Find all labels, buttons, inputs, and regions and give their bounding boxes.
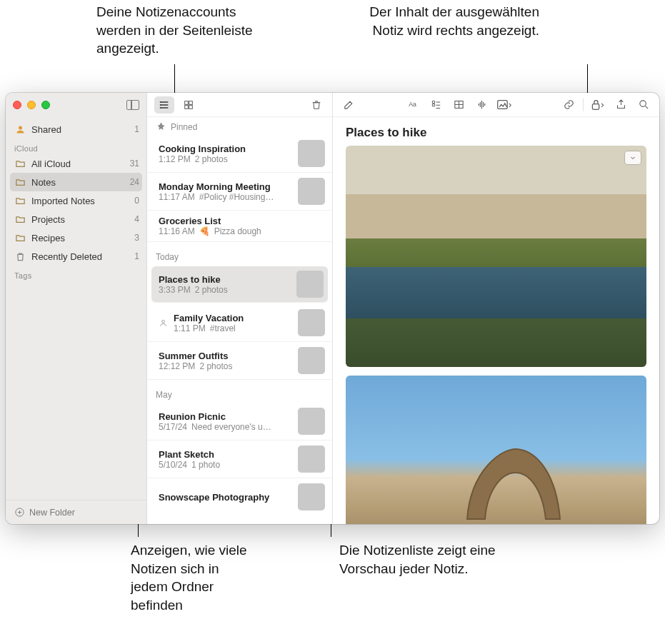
toggle-sidebar-icon[interactable] <box>126 100 139 110</box>
note-thumbnail <box>298 309 325 336</box>
sidebar-item-count: 4 <box>134 214 139 224</box>
sidebar-section-icloud: iCloud <box>6 139 146 154</box>
note-title: Cooking Inspiration <box>159 144 292 154</box>
sidebar-item-label: All iCloud <box>31 159 130 169</box>
svg-point-16 <box>639 101 646 107</box>
note-time: 11:17 AM <box>159 192 195 202</box>
sidebar-item-recipes[interactable]: Recipes 3 <box>6 228 146 247</box>
svg-rect-6 <box>189 101 193 104</box>
svg-point-2 <box>160 101 161 103</box>
note-preview: Need everyone's u… <box>191 422 271 432</box>
sidebar-item-label: Imported Notes <box>31 196 134 206</box>
sidebar-item-count: 0 <box>134 196 139 206</box>
trash-icon <box>14 251 26 262</box>
compose-button[interactable] <box>339 96 359 114</box>
note-preview: #travel <box>210 323 236 333</box>
note-title: Family Vacation <box>174 313 292 323</box>
folder-icon <box>14 196 26 206</box>
svg-rect-5 <box>185 101 189 104</box>
note-row-family-vacation[interactable]: Family Vacation 1:11 PM#travel <box>147 304 332 342</box>
photo-expand-icon[interactable] <box>625 151 641 164</box>
note-photo-2[interactable] <box>346 376 646 524</box>
traffic-lights <box>13 101 50 109</box>
format-button[interactable]: Aa <box>403 96 423 114</box>
note-row-plant-sketch[interactable]: Plant Sketch 5/10/241 photo <box>147 441 332 478</box>
note-row-groceries[interactable]: Groceries List 11:16 AM 🍕 Pizza dough <box>147 211 332 242</box>
shared-icon <box>14 124 26 135</box>
note-row-places-to-hike[interactable]: Places to hike 3:33 PM2 photos <box>151 266 328 303</box>
note-row-cooking[interactable]: Cooking Inspiration 1:12 PM2 photos <box>147 135 332 173</box>
note-preview: Pizza dough <box>214 226 261 236</box>
svg-point-0 <box>19 126 22 129</box>
note-thumbnail <box>296 271 324 298</box>
note-preview: 1 photo <box>191 460 220 470</box>
svg-point-9 <box>162 320 165 323</box>
svg-rect-7 <box>185 105 189 109</box>
sidebar-item-label: Recently Deleted <box>31 251 134 262</box>
note-time: 5/17/24 <box>159 422 187 432</box>
sidebar-item-shared[interactable]: Shared 1 <box>6 120 146 139</box>
callout-bottom-right: Die Notizenliste zeigt eine Vorschau jed… <box>339 541 496 578</box>
note-title: Summer Outfits <box>159 351 292 361</box>
close-window-button[interactable] <box>13 101 21 109</box>
sidebar-item-recently-deleted[interactable]: Recently Deleted 1 <box>6 247 146 266</box>
note-title: Places to hike <box>159 274 291 285</box>
svg-point-11 <box>432 101 435 104</box>
note-time: 3:33 PM <box>159 285 191 295</box>
list-view-button[interactable] <box>154 96 174 114</box>
note-preview: 2 photos <box>199 361 232 371</box>
sidebar-item-projects[interactable]: Projects 4 <box>6 210 146 228</box>
sidebar-item-all-icloud[interactable]: All iCloud 31 <box>6 154 146 173</box>
sidebar-item-label: Recipes <box>31 233 134 243</box>
sidebar-item-count: 24 <box>130 177 139 187</box>
notes-window: Shared 1 iCloud All iCloud 31 Notes 24 <box>6 93 659 524</box>
note-time: 1:11 PM <box>174 323 206 333</box>
section-header-label: Today <box>156 252 179 262</box>
list-toolbar <box>147 93 332 117</box>
section-header-pinned: Pinned <box>147 117 332 135</box>
callout-top-right: Der Inhalt der ausgewählten Notiz wird r… <box>354 3 539 39</box>
minimize-window-button[interactable] <box>27 101 36 109</box>
search-button[interactable] <box>634 96 654 114</box>
sidebar-item-label: Notes <box>31 177 130 188</box>
note-row-meeting[interactable]: Monday Morning Meeting 11:17 AM#Policy #… <box>147 173 332 211</box>
sidebar-item-count: 3 <box>134 233 139 243</box>
note-preview: 2 photos <box>195 285 228 295</box>
note-thumbnail <box>298 140 325 167</box>
rock-arch-shape <box>460 441 567 524</box>
sidebar-item-count: 1 <box>134 251 139 261</box>
folder-icon <box>14 233 26 243</box>
note-thumbnail <box>298 483 325 510</box>
note-title: Monday Morning Meeting <box>159 181 292 192</box>
pin-icon <box>156 121 166 132</box>
section-header-today: Today <box>147 242 332 265</box>
note-row-snowscape[interactable]: Snowscape Photography <box>147 478 332 515</box>
note-thumbnail <box>298 347 325 374</box>
new-folder-button[interactable]: New Folder <box>6 500 146 524</box>
lock-button[interactable] <box>588 96 608 114</box>
table-button[interactable] <box>449 96 469 114</box>
note-title: Plant Sketch <box>159 449 292 460</box>
sidebar-item-imported[interactable]: Imported Notes 0 <box>6 191 146 210</box>
note-photo-1[interactable] <box>346 146 646 367</box>
callout-bottom-left: Anzeigen, wie viele Notizen sich in jede… <box>131 541 259 615</box>
media-button[interactable] <box>494 96 514 114</box>
note-preview: #Policy #Housing… <box>199 192 274 202</box>
note-body[interactable]: Places to hike <box>333 117 659 524</box>
notes-list-scroll[interactable]: Pinned Cooking Inspiration 1:12 PM2 phot… <box>147 117 332 524</box>
folder-icon <box>14 177 26 188</box>
delete-note-button[interactable] <box>306 96 326 114</box>
notes-list-column: Pinned Cooking Inspiration 1:12 PM2 phot… <box>147 93 333 524</box>
sidebar-item-notes[interactable]: Notes 24 <box>10 173 142 191</box>
audio-button[interactable] <box>471 96 491 114</box>
note-row-reunion-picnic[interactable]: Reunion Picnic 5/17/24Need everyone's u… <box>147 403 332 441</box>
note-preview: 2 photos <box>195 154 228 164</box>
share-button[interactable] <box>611 96 631 114</box>
note-time: 1:12 PM <box>159 154 191 164</box>
note-row-summer-outfits[interactable]: Summer Outfits 12:12 PM2 photos <box>147 342 332 380</box>
gallery-view-button[interactable] <box>179 96 199 114</box>
checklist-button[interactable] <box>426 96 446 114</box>
window-controls-area <box>6 93 146 117</box>
fullscreen-window-button[interactable] <box>41 101 50 109</box>
link-button[interactable] <box>559 96 579 114</box>
